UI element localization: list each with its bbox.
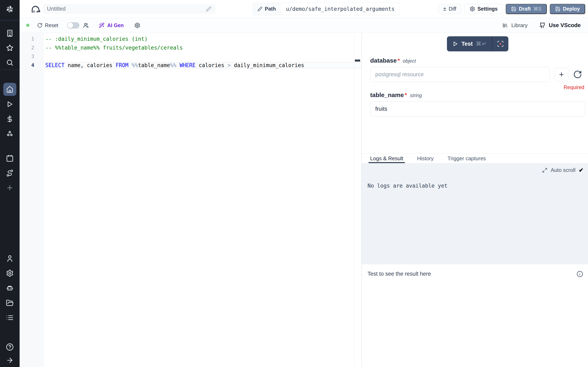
settings-label: Settings	[477, 6, 498, 12]
tab-logs-result[interactable]: Logs & Result	[370, 154, 403, 163]
auto-scroll-label: Auto scroll	[551, 167, 575, 173]
use-vscode-label: Use VScode	[549, 22, 581, 29]
capture-record-icon	[497, 40, 504, 47]
line-number-gutter	[20, 33, 44, 367]
library-button[interactable]: Library	[502, 22, 527, 29]
path-field[interactable]: Path u/demo/safe_interpolated_arguments	[253, 3, 400, 15]
code-line[interactable]: 2-- %%table_name%% fruits/vegetables/cer…	[20, 43, 361, 52]
rail-divider-top	[0, 20, 20, 21]
path-value: u/demo/safe_interpolated_arguments	[281, 3, 400, 15]
toolbar-right: Library Use VScode	[502, 22, 581, 29]
test-button-group: Test ⌘↵	[447, 36, 508, 51]
edit-title-pencil-icon[interactable]	[206, 6, 211, 12]
code-editor[interactable]: 1-- :daily_minimum_calories (int)2-- %%t…	[20, 33, 361, 367]
diff-plusminus-icon: ±	[443, 6, 446, 12]
play-icon	[452, 41, 458, 47]
schedules-calendar-icon[interactable]	[6, 155, 14, 162]
reset-button[interactable]: Reset	[37, 22, 58, 28]
editor-settings-gear-icon[interactable]	[134, 22, 140, 28]
settings-gear-icon[interactable]	[6, 269, 14, 277]
favorites-star-icon[interactable]	[6, 44, 14, 52]
diff-button[interactable]: ± Diff	[438, 4, 461, 14]
info-icon[interactable]	[577, 271, 583, 277]
logs-area: Auto scroll ✔ No logs are available yet	[362, 163, 588, 264]
reset-refresh-icon	[37, 23, 43, 28]
deploy-label: Deploy	[563, 6, 580, 12]
collab-toggle[interactable]	[67, 22, 79, 29]
library-icon	[502, 22, 508, 28]
script-title-field[interactable]: Untitled	[43, 4, 215, 14]
code-line[interactable]: 4SELECT name, calories FROM %%table_name…	[20, 61, 361, 69]
save-icon	[555, 6, 561, 12]
expand-logs-icon[interactable]	[542, 167, 547, 173]
collaborators-users-icon[interactable]	[83, 22, 89, 29]
test-shortcut: ⌘↵	[476, 41, 487, 47]
tab-history[interactable]: History	[417, 154, 434, 163]
tab-trigger-captures[interactable]: Trigger captures	[448, 154, 486, 163]
resources-boxes-icon[interactable]	[6, 130, 14, 138]
table-name-input[interactable]	[370, 101, 585, 117]
auto-scroll-control[interactable]: Auto scroll ✔	[542, 167, 584, 174]
cursor-position-marker	[355, 59, 360, 62]
status-green-dot	[26, 24, 29, 27]
field-type: string	[410, 92, 422, 98]
test-button[interactable]: Test ⌘↵	[447, 36, 492, 51]
toggle-knob	[68, 23, 73, 28]
run-panel: Test ⌘↵ database * object + Required tab…	[361, 33, 588, 367]
magic-wand-icon	[99, 22, 104, 28]
overview-ruler[interactable]	[354, 33, 360, 367]
field-type: object	[403, 58, 416, 64]
draft-label: Draft	[519, 6, 531, 12]
reset-label: Reset	[45, 22, 58, 28]
result-placeholder-text: Test to see the result here	[367, 271, 431, 277]
database-input[interactable]	[370, 67, 550, 82]
code-line[interactable]: 1-- :daily_minimum_calories (int)	[20, 34, 361, 43]
edit-path-pencil-icon	[258, 7, 262, 11]
runs-play-icon[interactable]	[6, 100, 14, 108]
save-icon	[511, 6, 516, 12]
path-label: Path	[265, 6, 276, 12]
folders-icon[interactable]	[6, 299, 14, 307]
workers-robot-icon[interactable]	[6, 284, 14, 292]
add-plus-icon[interactable]	[6, 184, 14, 192]
rail-divider	[0, 70, 20, 70]
test-label: Test	[461, 41, 473, 47]
code-line[interactable]: 3	[20, 52, 361, 61]
settings-button[interactable]: Settings	[465, 4, 503, 14]
arguments-section: Test ⌘↵ database * object + Required tab…	[362, 33, 588, 154]
field-name: database	[370, 57, 397, 64]
workspace-building-icon[interactable]	[6, 29, 14, 37]
help-icon[interactable]	[6, 343, 14, 351]
use-vscode-button[interactable]: Use VScode	[539, 22, 581, 29]
deploy-button[interactable]: Deploy	[550, 4, 585, 14]
users-person-icon[interactable]	[6, 255, 14, 262]
path-label-segment: Path	[253, 3, 281, 15]
script-title: Untitled	[47, 6, 66, 12]
result-tabs: Logs & Result History Trigger captures	[362, 154, 588, 163]
topbar-actions: ± Diff Settings Draft ⌘S Deploy	[438, 4, 585, 14]
audit-logs-list-icon[interactable]	[6, 314, 14, 322]
triggers-route-icon[interactable]	[6, 169, 14, 177]
left-rail	[0, 0, 20, 367]
capture-button[interactable]	[493, 36, 508, 51]
variables-dollar-icon[interactable]	[6, 115, 14, 123]
sidebar-item-home[interactable]	[3, 83, 16, 96]
editor-toolbar: Reset AI Gen Library Use VScode	[20, 18, 588, 33]
draft-shortcut: ⌘S	[533, 6, 541, 12]
top-bar: Untitled Path u/demo/safe_interpolated_a…	[20, 0, 588, 18]
windmill-logo-icon[interactable]	[5, 4, 15, 14]
required-asterisk: *	[405, 92, 407, 99]
add-resource-button[interactable]: +	[555, 68, 568, 81]
expand-rail-arrow-icon[interactable]	[6, 356, 14, 364]
ai-gen-label: AI Gen	[107, 22, 124, 28]
auto-scroll-checkmark-icon: ✔	[579, 167, 584, 174]
ai-gen-button[interactable]: AI Gen	[99, 22, 124, 28]
table-name-field-label: table_name * string	[370, 92, 585, 99]
required-asterisk: *	[398, 57, 400, 64]
draft-button[interactable]: Draft ⌘S	[506, 4, 546, 14]
search-icon[interactable]	[6, 59, 14, 67]
logs-empty-text: No logs are available yet	[367, 183, 584, 189]
refresh-resource-icon[interactable]	[573, 70, 582, 79]
settings-gear-icon	[470, 6, 475, 12]
field-name: table_name	[370, 92, 404, 99]
